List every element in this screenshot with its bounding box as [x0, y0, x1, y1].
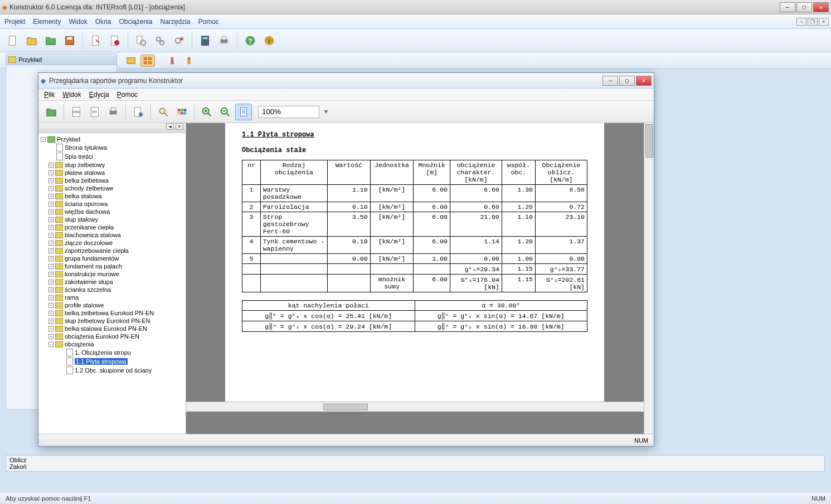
tree-node[interactable]: +profile stalowe — [41, 301, 183, 309]
open-folder-icon[interactable] — [23, 32, 40, 49]
expand-icon[interactable]: + — [48, 163, 54, 168]
menu-pomoc[interactable]: Pomoc — [117, 91, 138, 99]
menu-edycja[interactable]: Edycja — [89, 91, 109, 99]
expand-icon[interactable]: − — [41, 137, 46, 142]
zoom-dropdown-icon[interactable]: ▼ — [323, 109, 329, 115]
tree-node[interactable]: −Przykład — [41, 135, 183, 143]
tree-pin-button[interactable]: ◂ — [166, 123, 174, 130]
expand-icon[interactable]: + — [48, 248, 54, 253]
open-folder2-icon[interactable] — [42, 32, 59, 49]
tree-node[interactable]: +słup stalowy — [41, 216, 183, 223]
expand-icon[interactable]: + — [48, 233, 54, 238]
figure2-icon[interactable] — [182, 55, 196, 67]
expand-icon[interactable]: + — [48, 256, 54, 261]
expand-icon[interactable]: + — [48, 225, 54, 230]
zoom-out-icon[interactable] — [217, 104, 234, 120]
menu-widok[interactable]: Widok — [69, 18, 87, 26]
tree-node[interactable]: 1. Obciążenia stropu — [41, 348, 183, 357]
menu-projekt[interactable]: Projekt — [4, 18, 25, 26]
tree-node[interactable]: +schody żelbetowe — [41, 184, 183, 192]
tree-node[interactable]: +więźba dachowa — [41, 208, 183, 216]
dock-root-label[interactable]: Przykład — [18, 56, 42, 63]
tree-node[interactable]: +belka żelbetowa — [41, 177, 183, 184]
expand-icon[interactable]: + — [48, 209, 54, 214]
tree-node[interactable]: +przenikanie ciepła — [41, 223, 183, 231]
expand-icon[interactable]: + — [48, 334, 54, 339]
zoom-input[interactable] — [258, 106, 319, 118]
export-rtf-icon[interactable]: RTF — [86, 104, 103, 120]
figure1-icon[interactable] — [165, 55, 179, 67]
view-tiles-icon[interactable] — [140, 55, 155, 67]
mdi-minimize-button[interactable]: – — [796, 18, 806, 26]
tree-node[interactable]: +grupa fundamentów — [41, 255, 183, 262]
expand-icon[interactable]: + — [48, 319, 54, 324]
tree-node[interactable]: +słup żelbetowy Eurokod PN-EN — [41, 317, 183, 325]
tree-node[interactable]: +ściana oporowa — [41, 200, 183, 208]
report-close-button[interactable]: ✕ — [636, 76, 652, 86]
calculator-icon[interactable] — [197, 32, 213, 49]
page-arrow-icon[interactable] — [88, 32, 104, 49]
page-setup-icon[interactable] — [130, 104, 147, 120]
save-icon[interactable] — [61, 32, 78, 49]
tree-node[interactable]: +zakotwienie słupa — [41, 278, 183, 286]
expand-icon[interactable]: + — [48, 178, 54, 183]
open-report-icon[interactable] — [43, 104, 60, 120]
printer-icon[interactable] — [216, 32, 232, 49]
expand-icon[interactable]: + — [48, 272, 54, 277]
view-list-icon[interactable] — [124, 55, 138, 67]
info-icon[interactable]: i — [261, 32, 278, 49]
gear-remove-icon[interactable] — [171, 32, 187, 49]
menu-obciazenia[interactable]: Obciążenia — [119, 18, 152, 26]
report-maximize-button[interactable]: ▢ — [619, 76, 635, 86]
menu-elementy[interactable]: Elementy — [33, 18, 61, 26]
help-icon[interactable]: ? — [242, 32, 259, 49]
report-minimize-button[interactable]: — — [602, 76, 618, 86]
expand-icon[interactable]: + — [48, 217, 54, 222]
report-page-area[interactable]: 1.1 Płyta stropowa Obciążenia stałe nr R… — [186, 123, 644, 434]
menu-okna[interactable]: Okna — [95, 18, 111, 26]
expand-icon[interactable]: + — [48, 303, 54, 308]
menu-pomoc[interactable]: Pomoc — [198, 18, 219, 26]
tree-close-button[interactable]: × — [176, 123, 183, 130]
tree-node[interactable]: +belka żelbetowa Eurokod PN-EN — [41, 309, 183, 317]
expand-icon[interactable]: + — [48, 295, 54, 300]
expand-icon[interactable]: + — [48, 186, 54, 191]
tree-node[interactable]: +ścianka szczelna — [41, 286, 183, 293]
expand-icon[interactable]: + — [48, 264, 54, 269]
expand-icon[interactable]: + — [48, 311, 54, 316]
tree-node[interactable]: Strona tytułowa — [41, 143, 183, 152]
tree-node[interactable]: +zapotrzebowanie ciepła — [41, 247, 183, 255]
expand-icon[interactable]: + — [48, 280, 54, 285]
new-document-icon[interactable] — [4, 32, 21, 49]
mdi-close-button[interactable]: × — [819, 18, 829, 26]
tree-node[interactable]: +obciążenia Eurokod PN-EN — [41, 332, 183, 340]
tree-node[interactable]: 1.2 Obc. skupione od ściany — [41, 366, 183, 375]
menu-plik[interactable]: Plik — [44, 91, 55, 99]
report-tree[interactable]: −PrzykładStrona tytułowaSpis treści+słup… — [38, 133, 186, 434]
tree-node[interactable]: Spis treści — [41, 152, 183, 161]
tree-node[interactable]: −obciążenia — [41, 340, 183, 348]
export-html-icon[interactable]: HTML — [68, 104, 85, 120]
expand-icon[interactable]: + — [48, 170, 54, 175]
horizontal-scrollbar[interactable] — [186, 402, 644, 412]
tree-node[interactable]: +belka stalowa — [41, 192, 183, 200]
maximize-button[interactable]: ▢ — [796, 2, 812, 12]
page-delete-icon[interactable] — [106, 32, 123, 49]
tree-node[interactable]: +płatew stalowa — [41, 169, 183, 177]
tree-node[interactable]: +rama — [41, 293, 183, 301]
find-icon[interactable] — [155, 104, 172, 120]
expand-icon[interactable]: − — [48, 342, 54, 347]
menu-widok[interactable]: Widok — [62, 91, 81, 99]
minimize-button[interactable]: — — [780, 2, 795, 12]
zoom-in-icon[interactable] — [198, 104, 215, 120]
tree-node[interactable]: +słup żelbetowy — [41, 161, 183, 169]
color-tiles-icon[interactable] — [173, 104, 190, 120]
expand-icon[interactable]: + — [48, 241, 54, 246]
mdi-restore-button[interactable]: ❐ — [808, 18, 818, 26]
page-view-icon[interactable] — [235, 104, 252, 120]
vertical-scrollbar[interactable] — [644, 123, 654, 434]
tree-node[interactable]: +złącze doczołowe — [41, 239, 183, 247]
tree-node[interactable]: +blachownica stalowa — [41, 231, 183, 239]
tree-node[interactable]: +belka stalowa Eurokod PN-EN — [41, 325, 183, 332]
expand-icon[interactable]: + — [48, 326, 54, 331]
